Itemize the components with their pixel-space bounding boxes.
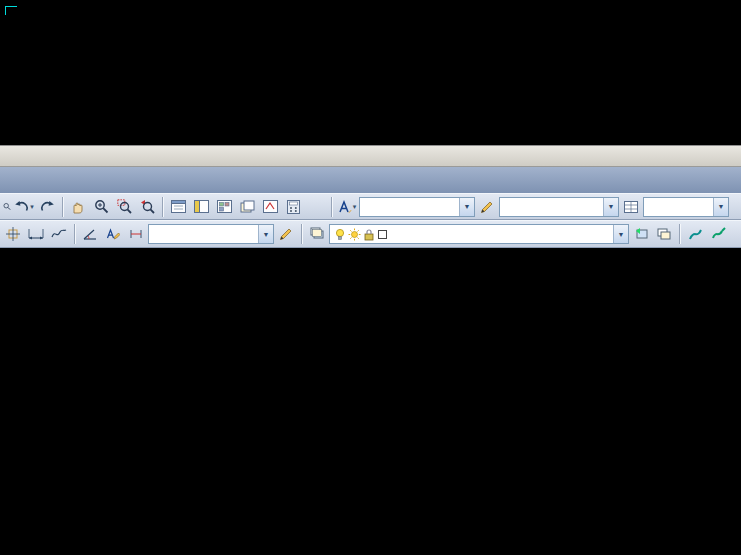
dim-style-combo-bottom[interactable]: ▼ — [148, 224, 274, 244]
linear-dimension-icon[interactable] — [25, 223, 47, 245]
layer-on-bulb-icon[interactable] — [334, 228, 346, 241]
clipped-left-icon[interactable] — [2, 196, 12, 218]
toolbar-separator — [331, 197, 332, 217]
layer-states-icon[interactable] — [653, 223, 675, 245]
markup-set-manager-icon[interactable] — [259, 196, 281, 218]
help-icon[interactable] — [305, 196, 327, 218]
toolbar-dim-layers: ▼ ▼ — [0, 220, 741, 248]
autocad-window: ▾ — [0, 0, 741, 555]
toolbar-separator — [679, 224, 680, 244]
spline-icon[interactable] — [48, 223, 70, 245]
titlebar[interactable] — [0, 145, 741, 167]
toolbar-separator — [301, 224, 302, 244]
layer-color-swatch[interactable] — [378, 230, 387, 239]
redo-icon[interactable] — [36, 196, 58, 218]
zoom-previous-icon[interactable] — [136, 196, 158, 218]
menubar — [0, 167, 741, 193]
dimension-edit-icon[interactable] — [125, 223, 147, 245]
dim-style-combo-top[interactable]: ▼ — [499, 197, 619, 217]
zoom-realtime-icon[interactable] — [90, 196, 112, 218]
text-style-icon[interactable]: ▾ — [336, 196, 358, 218]
quick-select-icon[interactable] — [707, 223, 729, 245]
undo-icon[interactable]: ▾ — [13, 196, 35, 218]
drawing-preview-top[interactable] — [0, 0, 741, 145]
dim-style-combo-bottom-arrow[interactable]: ▼ — [258, 225, 273, 243]
table-style-combo[interactable]: ▼ — [643, 197, 729, 217]
quickcalc-icon[interactable] — [282, 196, 304, 218]
drawing-corner-mark — [5, 6, 17, 15]
layer-lock-icon[interactable] — [363, 228, 375, 241]
toolbar-separator — [74, 224, 75, 244]
angular-dimension-icon[interactable] — [79, 223, 101, 245]
match-properties-icon[interactable] — [684, 223, 706, 245]
layer-freeze-sun-icon[interactable] — [348, 228, 361, 241]
zoom-window-icon[interactable] — [113, 196, 135, 218]
designcenter-icon[interactable] — [190, 196, 212, 218]
pan-hand-icon[interactable] — [67, 196, 89, 218]
layer-combo[interactable]: ▼ — [329, 224, 629, 244]
drawing-canvas[interactable] — [0, 248, 741, 555]
properties-palette-icon[interactable] — [167, 196, 189, 218]
sheetset-manager-icon[interactable] — [236, 196, 258, 218]
layer-properties-manager-icon[interactable] — [306, 223, 328, 245]
toolbar-separator — [62, 197, 63, 217]
object-snap-icon[interactable] — [2, 223, 24, 245]
toolbar-separator — [162, 197, 163, 217]
text-style-dropdown-arrow[interactable]: ▾ — [353, 203, 357, 211]
text-style-combo[interactable]: ▼ — [359, 197, 475, 217]
dim-update-bottom-icon[interactable] — [275, 223, 297, 245]
layer-combo-arrow[interactable]: ▼ — [613, 225, 628, 243]
toolpalettes-icon[interactable] — [213, 196, 235, 218]
layer-previous-icon[interactable] — [630, 223, 652, 245]
table-style-icon[interactable] — [620, 196, 642, 218]
dim-style-combo-top-arrow[interactable]: ▼ — [603, 198, 618, 216]
undo-dropdown-arrow[interactable]: ▾ — [30, 203, 34, 211]
text-style-combo-arrow[interactable]: ▼ — [459, 198, 474, 216]
dim-update-icon[interactable] — [476, 196, 498, 218]
dimension-text-edit-icon[interactable] — [102, 223, 124, 245]
table-style-combo-arrow[interactable]: ▼ — [713, 198, 728, 216]
toolbar-standard: ▾ — [0, 193, 741, 220]
